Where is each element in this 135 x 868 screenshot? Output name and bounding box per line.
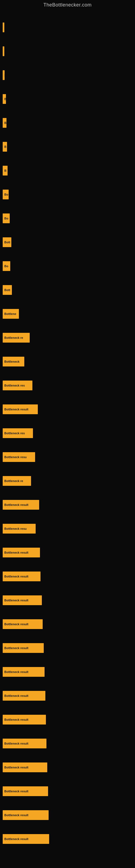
bar-label: Bottleneck res xyxy=(4,384,25,387)
bar-label: B xyxy=(4,121,6,124)
bar-label: Bottleneck result xyxy=(4,670,28,674)
bar-label: Bottleneck result xyxy=(4,813,28,817)
bar-label: Bottleneck result xyxy=(4,766,28,769)
bar-row: Bo xyxy=(3,254,135,278)
bar-row: Bottleneck result xyxy=(3,755,135,779)
bar: Bottleneck result xyxy=(3,643,44,653)
bar: Bottleneck res xyxy=(3,428,33,438)
bar: | xyxy=(3,46,4,56)
bar-row: Bottleneck resu xyxy=(3,445,135,469)
bar-row: Bo xyxy=(3,207,135,230)
bar-label: Bottleneck result xyxy=(4,599,28,602)
bar-row: Bottleneck xyxy=(3,350,135,373)
bar: Bottleneck xyxy=(3,357,24,367)
bar-row: Bottleneck result xyxy=(3,588,135,612)
bar-row: Bottlene xyxy=(3,302,135,326)
bar-label: Bottleneck result xyxy=(4,742,28,745)
bar: Bottleneck result xyxy=(3,786,48,796)
bar-label: Bottleneck result xyxy=(4,718,28,721)
bar-label: Bott xyxy=(4,288,10,291)
bar-label: Bottlene xyxy=(4,312,16,315)
bar-label: B xyxy=(4,97,6,101)
bar: Bo xyxy=(3,214,10,223)
bar-row: Bottleneck result xyxy=(3,564,135,588)
bar-row: Bottleneck resu xyxy=(3,517,135,540)
bar: Bottleneck result xyxy=(3,834,49,844)
bar-label: Bottleneck result xyxy=(4,408,28,411)
bar: | xyxy=(3,23,4,32)
bars-container: |||BBBBBoBoBottBoBottBottleneBottleneck … xyxy=(0,10,135,851)
bar-row: Bo xyxy=(3,183,135,207)
bar-label: Bottleneck resu xyxy=(4,456,27,459)
bar: Bottleneck result xyxy=(3,619,43,629)
bar: Bo xyxy=(3,261,10,271)
bar-row: Bott xyxy=(3,230,135,254)
bar: Bottleneck result xyxy=(3,810,49,820)
bar: Bottleneck result xyxy=(3,691,45,701)
bar-label: B xyxy=(4,169,6,172)
bar-row: Bottleneck result xyxy=(3,540,135,564)
bar: Bottleneck result xyxy=(3,739,46,748)
bar-row: Bottleneck result xyxy=(3,779,135,803)
bar: Bottleneck result xyxy=(3,500,39,510)
bar-label: Bo xyxy=(4,217,8,220)
bar-row: Bottleneck result xyxy=(3,708,135,732)
bar-label: Bottleneck result xyxy=(4,503,28,506)
bar-row: B xyxy=(3,135,135,159)
bar-row: Bottleneck result xyxy=(3,397,135,421)
bar-label: Bottleneck re xyxy=(4,479,23,483)
bar-label: Bottleneck result xyxy=(4,551,28,554)
bar-row: Bottleneck re xyxy=(3,469,135,493)
bar-label: Bo xyxy=(4,193,8,196)
bar: Bottleneck result xyxy=(3,667,45,677)
bar-row: Bottleneck result xyxy=(3,827,135,851)
bar: | xyxy=(3,70,5,80)
bar: Bottleneck re xyxy=(3,333,30,343)
bar-row: | xyxy=(3,16,135,39)
bar-label: Bottleneck result xyxy=(4,575,28,578)
bar-label: Bottleneck result xyxy=(4,789,28,793)
bar-label: Bottleneck result xyxy=(4,694,28,698)
bar-row: B xyxy=(3,87,135,111)
bar: Bottleneck result xyxy=(3,763,47,772)
bar-row: Bottleneck result xyxy=(3,732,135,755)
bar: Bottleneck result xyxy=(3,595,42,605)
bar-label: Bott xyxy=(4,241,10,244)
bar-row: Bott xyxy=(3,278,135,302)
bar-label: | xyxy=(4,73,5,77)
bar-row: Bottleneck result xyxy=(3,684,135,708)
bar: Bottlene xyxy=(3,309,19,319)
bar-label: Bottleneck res xyxy=(4,432,25,435)
bar-label: Bottleneck xyxy=(4,360,19,363)
bar: Bottleneck result xyxy=(3,715,46,724)
bar-row: | xyxy=(3,39,135,63)
bar-label: Bottleneck result xyxy=(4,837,28,841)
bar-label: Bottleneck re xyxy=(4,336,23,339)
bar: Bottleneck result xyxy=(3,571,41,581)
bar-label: Bo xyxy=(4,265,8,268)
bar-label: Bottleneck result xyxy=(4,646,28,650)
bar: B xyxy=(3,118,6,128)
bar: Bottleneck re xyxy=(3,476,31,486)
bar-label: Bottleneck resu xyxy=(4,527,27,530)
bar: B xyxy=(3,166,8,176)
bar-row: Bottleneck result xyxy=(3,636,135,660)
bar: Bottleneck result xyxy=(3,404,38,414)
bar-row: Bottleneck res xyxy=(3,421,135,445)
bar-row: Bottleneck result xyxy=(3,612,135,636)
bar-label: Bottleneck result xyxy=(4,622,28,626)
bar: Bott xyxy=(3,285,12,295)
bar: B xyxy=(3,94,6,104)
bar-label: B xyxy=(4,145,6,148)
bar: Bottleneck result xyxy=(3,548,40,557)
bar-row: Bottleneck result xyxy=(3,660,135,684)
bar-row: B xyxy=(3,159,135,183)
bar-row: | xyxy=(3,63,135,87)
bar-row: B xyxy=(3,111,135,135)
site-title: TheBottlenecker.com xyxy=(0,0,135,10)
bar-row: Bottleneck result xyxy=(3,803,135,827)
bar: Bottleneck res xyxy=(3,380,32,390)
bar: B xyxy=(3,142,7,152)
bar-row: Bottleneck re xyxy=(3,326,135,350)
bar-row: Bottleneck res xyxy=(3,373,135,397)
